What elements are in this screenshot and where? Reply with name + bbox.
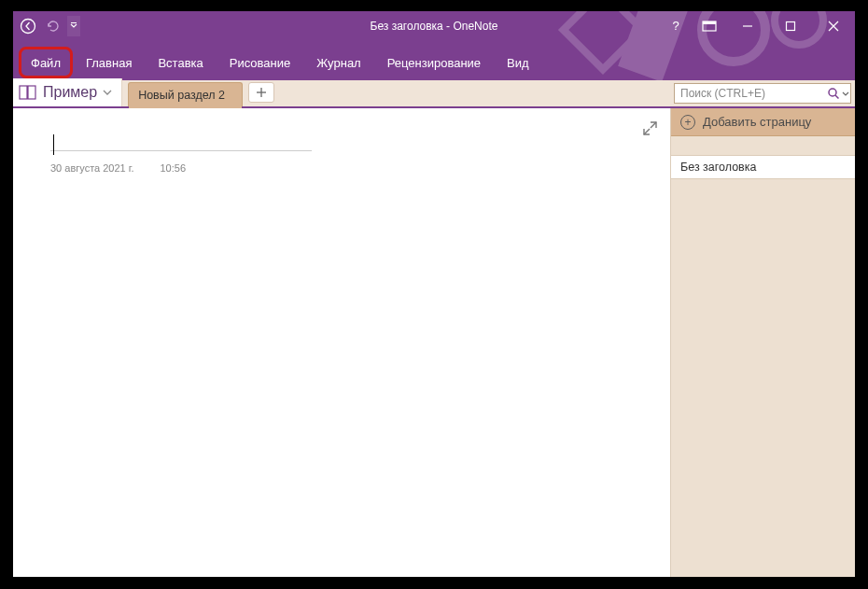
- expand-icon[interactable]: [643, 121, 657, 135]
- minimize-button[interactable]: [726, 11, 769, 41]
- note-meta: 30 августа 2021 г. 10:56: [50, 162, 651, 174]
- svg-line-19: [835, 95, 839, 99]
- text-cursor: [53, 134, 54, 155]
- qat-customize-dropdown[interactable]: [67, 16, 80, 36]
- note-title-input[interactable]: [50, 125, 312, 151]
- note-canvas[interactable]: 30 августа 2021 г. 10:56: [13, 108, 670, 577]
- add-page-button[interactable]: + Добавить страницу: [671, 108, 855, 136]
- app-window: Без заголовка - OneNote ?: [13, 11, 855, 577]
- notebook-icon: [19, 84, 37, 101]
- svg-point-18: [829, 89, 836, 96]
- back-button[interactable]: [17, 15, 39, 37]
- page-item-label: Без заголовка: [680, 161, 756, 174]
- page-item-active[interactable]: Без заголовка: [671, 155, 855, 179]
- help-button[interactable]: ?: [659, 11, 693, 41]
- close-button[interactable]: [812, 11, 855, 41]
- ribbon-tab-review[interactable]: Рецензирование: [374, 45, 494, 80]
- plus-circle-icon: +: [680, 115, 695, 130]
- ribbon-display-options-button[interactable]: [693, 11, 726, 41]
- chevron-down-icon: [103, 90, 112, 95]
- window-controls: ?: [659, 11, 855, 41]
- add-section-button[interactable]: [248, 82, 274, 103]
- svg-rect-14: [28, 86, 35, 99]
- ribbon-tab-home[interactable]: Главная: [73, 45, 145, 80]
- section-tab-active[interactable]: Новый раздел 2: [128, 82, 243, 106]
- notebook-name: Пример: [43, 84, 97, 101]
- note-date: 30 августа 2021 г.: [50, 162, 133, 174]
- search-input[interactable]: [675, 84, 826, 103]
- undo-button[interactable]: [41, 15, 63, 37]
- ribbon-tab-draw[interactable]: Рисование: [217, 45, 303, 80]
- add-page-label: Добавить страницу: [703, 115, 811, 129]
- ribbon-tabs: Файл Главная Вставка Рисование Журнал Ре…: [13, 41, 855, 80]
- page-pane-gap: [671, 136, 855, 155]
- svg-point-0: [21, 20, 35, 34]
- section-tab-label: Новый раздел 2: [138, 89, 225, 102]
- ribbon-tab-history[interactable]: Журнал: [303, 45, 373, 80]
- body-area: 30 августа 2021 г. 10:56 + Добавить стра…: [13, 108, 855, 577]
- search-dropdown[interactable]: [842, 91, 850, 96]
- search-box[interactable]: [674, 83, 851, 104]
- svg-line-20: [651, 122, 656, 128]
- window-title: Без заголовка - OneNote: [371, 20, 498, 33]
- svg-line-21: [644, 129, 650, 134]
- notebook-selector[interactable]: Пример: [13, 78, 122, 106]
- svg-rect-4: [703, 21, 716, 24]
- ribbon-tab-insert[interactable]: Вставка: [145, 45, 216, 80]
- maximize-button[interactable]: [769, 11, 812, 41]
- ribbon-tab-view[interactable]: Вид: [494, 45, 542, 80]
- notebook-bar: Пример Новый раздел 2: [13, 80, 855, 108]
- page-pane: + Добавить страницу Без заголовка: [670, 108, 855, 577]
- svg-rect-13: [20, 86, 27, 99]
- svg-rect-6: [787, 22, 795, 31]
- svg-text:?: ?: [672, 20, 679, 33]
- ribbon-tab-file[interactable]: Файл: [19, 47, 73, 78]
- title-bar: Без заголовка - OneNote ?: [13, 11, 855, 41]
- quick-access-toolbar: [13, 15, 80, 37]
- search-icon[interactable]: [826, 87, 842, 100]
- note-time: 10:56: [160, 162, 186, 174]
